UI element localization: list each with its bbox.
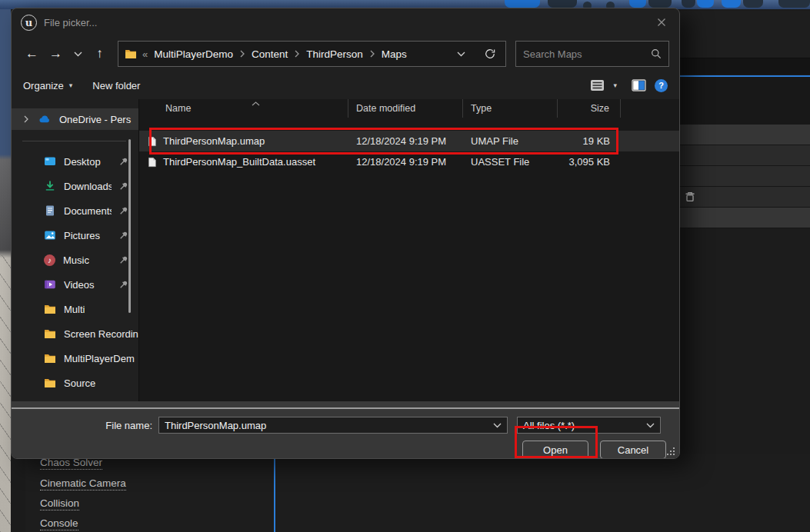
sidebar-item-downloads[interactable]: Downloads	[12, 174, 138, 198]
organize-button[interactable]: Organize ▾	[23, 80, 72, 91]
dialog-content: OneDrive - Pers Desktop Downloads	[12, 99, 679, 401]
refresh-icon[interactable]	[484, 48, 496, 60]
file-picker-dialog: u File picker... ← → ↑ « MultiPlayerDemo…	[11, 8, 680, 459]
settings-link-console[interactable]: Console	[40, 517, 78, 530]
sidebar-item-onedrive[interactable]: OneDrive - Pers	[12, 108, 138, 130]
breadcrumb-maps[interactable]: Maps	[380, 48, 408, 60]
file-size: 3,095 KB	[558, 151, 621, 172]
chevron-down-icon[interactable]	[493, 423, 502, 428]
search-icon[interactable]	[651, 48, 662, 59]
sidebar-item-pictures[interactable]: Pictures	[12, 223, 138, 248]
help-glyph: ?	[658, 81, 664, 90]
documents-icon	[44, 204, 56, 217]
chevron-down-icon: ▾	[69, 81, 73, 89]
new-folder-button[interactable]: New folder	[92, 80, 140, 91]
sidebar-item-documents[interactable]: Documents	[12, 198, 138, 223]
breadcrumb-content[interactable]: Content	[250, 48, 289, 60]
navigation-sidebar: OneDrive - Pers Desktop Downloads	[12, 99, 139, 401]
file-type-value: All files (*.*)	[523, 420, 646, 431]
sidebar-item-label: OneDrive - Pers	[59, 114, 131, 125]
column-label: Name	[165, 103, 191, 114]
dialog-titlebar[interactable]: u File picker...	[12, 8, 679, 36]
details-view-icon[interactable]	[590, 79, 605, 91]
preview-pane-icon[interactable]	[632, 79, 646, 91]
trash-icon[interactable]	[684, 191, 696, 203]
sidebar-item-multiplayerdemo[interactable]: MultiPlayerDem	[12, 346, 138, 371]
sidebar-separator	[22, 141, 126, 141]
bg-button-shape	[697, 0, 714, 8]
search-box[interactable]	[515, 41, 669, 67]
breadcrumb-multiplayerdemo[interactable]: MultiPlayerDemo	[152, 48, 235, 60]
column-label: Date modified	[356, 103, 415, 114]
settings-link-collision[interactable]: Collision	[40, 497, 79, 510]
sidebar-item-label: MultiPlayerDem	[64, 353, 135, 364]
sidebar-item-source[interactable]: Source	[12, 371, 138, 395]
column-header-type[interactable]: Type	[463, 99, 558, 118]
file-list-pane: Name Date modified Type Size ThirdPerson…	[139, 99, 679, 401]
column-label: Type	[471, 103, 492, 114]
up-button[interactable]: ↑	[89, 44, 110, 65]
organize-label: Organize	[23, 80, 64, 91]
pin-icon	[119, 157, 128, 166]
resize-grip[interactable]	[667, 447, 675, 456]
column-header-date-modified[interactable]: Date modified	[348, 99, 463, 118]
expand-chevron-icon[interactable]	[23, 115, 29, 123]
search-input[interactable]	[523, 48, 651, 60]
property-row	[680, 166, 810, 186]
file-type-dropdown[interactable]: All files (*.*)	[517, 417, 661, 434]
bg-button-shape	[778, 0, 810, 8]
panel-section	[680, 11, 810, 58]
column-header-name[interactable]: Name	[139, 99, 348, 118]
pin-icon	[119, 181, 128, 191]
breadcrumb-thirdperson[interactable]: ThirdPerson	[305, 48, 365, 60]
sidebar-item-label: Downloads	[64, 181, 112, 192]
chevron-right-icon	[240, 50, 245, 58]
bg-button-shape	[505, 0, 540, 8]
bg-button-shape	[548, 0, 577, 8]
column-header-size[interactable]: Size	[558, 99, 621, 118]
sort-ascending-icon	[252, 101, 260, 106]
back-button[interactable]: ←	[22, 44, 42, 65]
sidebar-item-multi[interactable]: Multi	[12, 297, 138, 321]
property-row	[680, 145, 810, 165]
file-row-thirdpersonmap[interactable]: ThirdPersonMap.umap 12/18/2024 9:19 PM U…	[139, 131, 679, 151]
file-rows: ThirdPersonMap.umap 12/18/2024 9:19 PM U…	[139, 131, 679, 172]
panel-section	[680, 58, 810, 75]
dialog-buttons-row: Open Cancel	[12, 441, 679, 459]
address-bar[interactable]: « MultiPlayerDemo Content ThirdPerson Ma…	[118, 41, 506, 67]
new-folder-label: New folder	[92, 80, 140, 91]
recent-locations-chevron-icon[interactable]	[69, 44, 86, 65]
file-name: ThirdPersonMap.umap	[163, 135, 265, 147]
folder-icon	[44, 352, 56, 364]
dialog-toolbar: Organize ▾ New folder ▾ ?	[12, 71, 679, 99]
chevron-down-icon	[646, 423, 655, 428]
file-row-builtdata[interactable]: ThirdPersonMap_BuiltData.uasset 12/18/20…	[139, 151, 679, 172]
help-icon[interactable]: ?	[655, 79, 668, 92]
onedrive-cloud-icon	[38, 113, 51, 125]
folder-icon	[44, 328, 56, 340]
background-project-settings: Chaos Solver Cinematic Camera Collision …	[25, 454, 810, 532]
sidebar-item-label: Desktop	[64, 156, 101, 168]
address-dropdown-chevron-icon[interactable]	[457, 52, 465, 57]
view-options-chevron-icon[interactable]: ▾	[613, 81, 617, 89]
settings-link-cinematic-camera[interactable]: Cinematic Camera	[40, 477, 126, 490]
breadcrumb-overflow-icon[interactable]: «	[142, 48, 148, 60]
file-name-label: File name:	[12, 420, 158, 431]
close-icon[interactable]	[653, 14, 670, 31]
file-type: UASSET File	[463, 151, 558, 172]
file-name-input[interactable]	[165, 420, 493, 431]
open-button[interactable]: Open	[522, 441, 588, 459]
sidebar-scrollbar[interactable]	[128, 139, 131, 313]
forward-button[interactable]: →	[45, 44, 66, 65]
window-title: File picker...	[44, 17, 97, 28]
sidebar-item-screen-recordings[interactable]: Screen Recordin	[12, 321, 138, 346]
accent-line	[274, 454, 275, 532]
file-name-cell: ThirdPersonMap_BuiltData.uasset	[139, 151, 348, 172]
sidebar-item-videos[interactable]: Videos	[12, 272, 138, 297]
sidebar-item-music[interactable]: ♪ Music	[12, 248, 138, 272]
bg-button-shape	[629, 0, 646, 8]
bg-button-shape	[743, 0, 763, 8]
cancel-button[interactable]: Cancel	[600, 441, 666, 459]
file-name-combobox[interactable]	[158, 417, 508, 434]
sidebar-item-desktop[interactable]: Desktop	[12, 149, 138, 174]
